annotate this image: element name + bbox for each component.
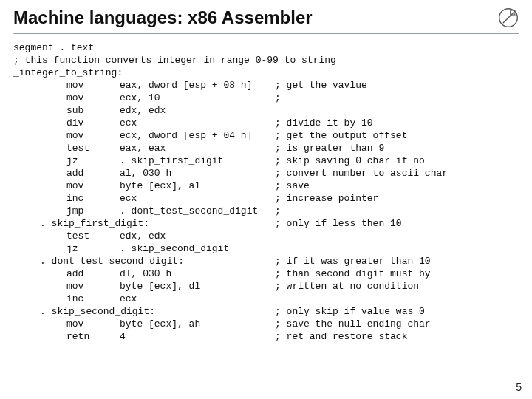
- code-line: incecx; increase pointer: [13, 192, 519, 205]
- code-line: divecx; divide it by 10: [13, 117, 519, 129]
- svg-line-1: [503, 13, 514, 24]
- code-line: jz. skip_first_digit; skip saving 0 char…: [13, 154, 519, 167]
- code-line: testedx, edx: [13, 230, 519, 242]
- slide-title: Machine languages: x86 Assembler: [13, 7, 519, 31]
- slide: Machine languages: x86 Assembler segment…: [0, 0, 532, 399]
- code-line: jmp. dont_test_second_digit;: [13, 205, 519, 217]
- code-line: subedx, edx: [13, 104, 519, 117]
- code-line: incecx: [13, 293, 519, 305]
- title-divider: [13, 33, 519, 34]
- code-line: addal, 030 h; convert number to ascii ch…: [13, 167, 519, 180]
- page-number: 5: [516, 381, 522, 393]
- code-line: movbyte [ecx], dl; written at no conditi…: [13, 280, 519, 293]
- code-line: movbyte [ecx], al; save: [13, 180, 519, 192]
- code-line: testeax, eax; is greater than 9: [13, 142, 519, 154]
- code-line: movbyte [ecx], ah; save the null ending …: [13, 318, 519, 330]
- code-line: moveax, dword [esp + 08 h]; get the vavl…: [13, 79, 519, 92]
- code-comment: ; this function converts integer in rang…: [13, 54, 519, 66]
- segment-directive: segment . text: [13, 41, 519, 54]
- code-label: _integer_to_string:: [13, 66, 519, 79]
- code-label: . skip_first_digit:; only if less then 1…: [13, 217, 519, 230]
- code-block: ; this function converts integer in rang…: [13, 54, 519, 343]
- code-line: movecx, 10;: [13, 92, 519, 104]
- code-line: movecx, dword [esp + 04 h]; get the outp…: [13, 129, 519, 142]
- code-line: retn4; ret and restore stack: [13, 330, 519, 343]
- institution-logo-icon: [498, 7, 519, 28]
- code-line: jz. skip_second_digit: [13, 242, 519, 255]
- code-label: . skip_second_digit:; only skip if value…: [13, 305, 519, 318]
- code-line: adddl, 030 h; than second digit must by: [13, 267, 519, 280]
- code-label: . dont_test_second_digit:; if it was gre…: [13, 255, 519, 267]
